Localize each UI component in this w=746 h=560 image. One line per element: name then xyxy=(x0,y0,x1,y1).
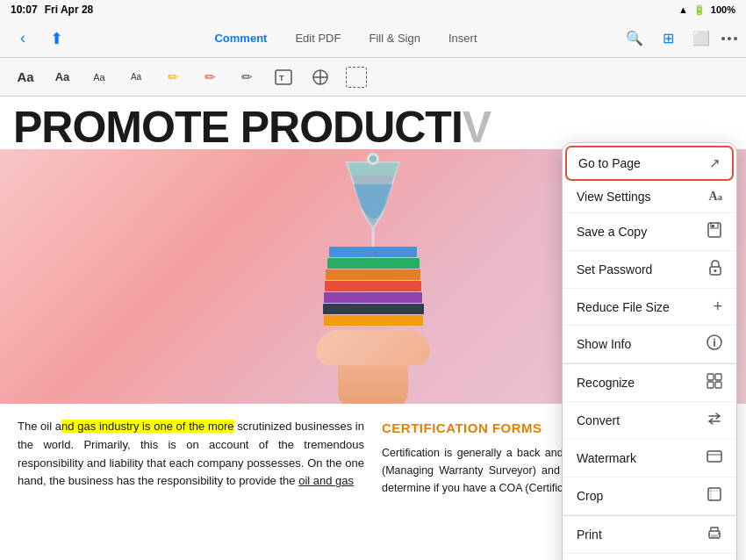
svg-rect-9 xyxy=(708,223,721,237)
print-label: Print xyxy=(577,528,602,542)
stamp-icon[interactable] xyxy=(305,62,335,92)
menu-item-share[interactable]: Share xyxy=(563,554,736,560)
svg-rect-10 xyxy=(712,225,714,227)
more-options-button[interactable] xyxy=(721,37,737,40)
recognize-label: Recognize xyxy=(577,376,635,390)
text-small-icon[interactable]: Aa xyxy=(84,62,114,92)
main-content: PROMOTE PRODUCTIV xyxy=(0,97,746,560)
menu-item-save-copy[interactable]: Save a Copy xyxy=(563,213,736,251)
text-box-icon[interactable]: T xyxy=(269,62,298,92)
svg-point-12 xyxy=(714,269,717,272)
go-to-page-icon: ↗ xyxy=(709,155,721,171)
watermark-label: Watermark xyxy=(577,451,636,465)
text-large-icon[interactable]: Aa xyxy=(11,62,40,92)
status-bar: 10:07 Fri Apr 28 ▲ 🔋 100% xyxy=(0,0,746,19)
print-icon xyxy=(707,525,722,544)
svg-rect-20 xyxy=(707,451,721,462)
status-bar-left: 10:07 Fri Apr 28 xyxy=(11,4,93,16)
convert-icon xyxy=(707,411,722,430)
tab-comment[interactable]: Comment xyxy=(200,26,281,50)
battery-icon: 🔋 xyxy=(693,4,706,16)
underline-pen-icon[interactable]: ✏ xyxy=(232,62,262,92)
svg-point-8 xyxy=(369,155,377,162)
dropdown-menu: Go to Page ↗ View Settings Aa Save a Cop… xyxy=(562,142,737,560)
battery-level: 100% xyxy=(711,4,735,15)
menu-item-convert[interactable]: Convert xyxy=(563,402,736,440)
tab-fill-sign[interactable]: Fill & Sign xyxy=(355,26,434,50)
pdf-header-text: PROMOTE PRODUCTIV xyxy=(0,97,746,149)
menu-item-crop[interactable]: Crop xyxy=(563,477,736,515)
svg-rect-17 xyxy=(715,374,721,380)
text-tiny-icon[interactable]: Aa xyxy=(121,62,151,92)
book-stack xyxy=(323,247,424,326)
svg-rect-18 xyxy=(707,382,714,388)
menu-item-go-to-page-wrapper: Go to Page ↗ xyxy=(563,143,736,181)
menu-item-watermark[interactable]: Watermark xyxy=(563,440,736,477)
strikethrough-pen-icon[interactable]: ✏ xyxy=(195,62,225,92)
tab-insert[interactable]: Insert xyxy=(434,26,491,50)
highlighted-text: nd gas industry is one of the more xyxy=(61,420,234,433)
search-icon[interactable]: 🔍 xyxy=(621,25,648,52)
recognize-icon xyxy=(707,373,722,392)
grid-icon[interactable]: ⊞ xyxy=(655,25,681,52)
highlight-pen-icon[interactable]: ✏ xyxy=(158,62,188,92)
crop-label: Crop xyxy=(577,489,603,503)
tab-edit-pdf[interactable]: Edit PDF xyxy=(281,26,355,50)
arm-illustration xyxy=(338,365,408,405)
svg-text:T: T xyxy=(279,74,284,83)
nav-bar: ‹ ⬆ Comment Edit PDF Fill & Sign Insert … xyxy=(0,19,746,58)
hand-illustration xyxy=(316,330,430,365)
crop-icon xyxy=(707,486,722,506)
reduce-file-icon: + xyxy=(713,298,722,316)
menu-item-print[interactable]: Print xyxy=(563,516,736,554)
svg-rect-22 xyxy=(708,488,721,500)
export-icon[interactable]: ⬜ xyxy=(688,25,714,52)
menu-item-view-settings[interactable]: View Settings Aa xyxy=(563,181,736,213)
select-icon[interactable] xyxy=(346,67,367,88)
upload-icon[interactable]: ⬆ xyxy=(42,25,70,53)
status-bar-right: ▲ 🔋 100% xyxy=(678,4,735,16)
back-button[interactable]: ‹ xyxy=(9,25,37,53)
wifi-icon: ▲ xyxy=(678,4,688,15)
reduce-file-label: Reduce File Size xyxy=(577,300,670,314)
body-text-before-highlight: The oil a xyxy=(18,420,61,433)
text-medium-icon[interactable]: Aa xyxy=(47,62,77,92)
show-info-label: Show Info xyxy=(577,337,631,351)
menu-item-show-info[interactable]: Show Info xyxy=(563,326,736,363)
svg-rect-26 xyxy=(711,535,718,537)
menu-item-go-to-page[interactable]: Go to Page ↗ xyxy=(565,146,734,181)
save-copy-label: Save a Copy xyxy=(577,225,647,239)
menu-item-set-password[interactable]: Set Password xyxy=(563,251,736,289)
menu-item-reduce-file[interactable]: Reduce File Size + xyxy=(563,289,736,326)
svg-rect-16 xyxy=(707,374,714,380)
svg-point-27 xyxy=(718,533,720,535)
svg-rect-19 xyxy=(715,382,721,388)
pdf-body-left: The oil and gas industry is one of the m… xyxy=(18,418,364,497)
time: 10:07 xyxy=(11,4,38,16)
menu-item-recognize[interactable]: Recognize xyxy=(563,364,736,402)
save-copy-icon xyxy=(707,222,722,241)
nav-actions: 🔍 ⊞ ⬜ xyxy=(621,25,737,52)
svg-point-15 xyxy=(714,339,715,341)
toolbar: Aa Aa Aa Aa ✏ ✏ ✏ T xyxy=(0,58,746,97)
view-settings-label: View Settings xyxy=(577,190,651,204)
show-info-icon xyxy=(707,334,722,354)
date: Fri Apr 28 xyxy=(45,4,94,16)
set-password-icon xyxy=(708,260,722,279)
set-password-label: Set Password xyxy=(577,262,652,276)
go-to-page-label: Go to Page xyxy=(578,156,641,170)
watermark-icon xyxy=(707,449,722,468)
nav-tabs: Comment Edit PDF Fill & Sign Insert xyxy=(75,26,616,50)
convert-label: Convert xyxy=(577,413,620,427)
view-settings-icon: Aa xyxy=(708,190,722,204)
